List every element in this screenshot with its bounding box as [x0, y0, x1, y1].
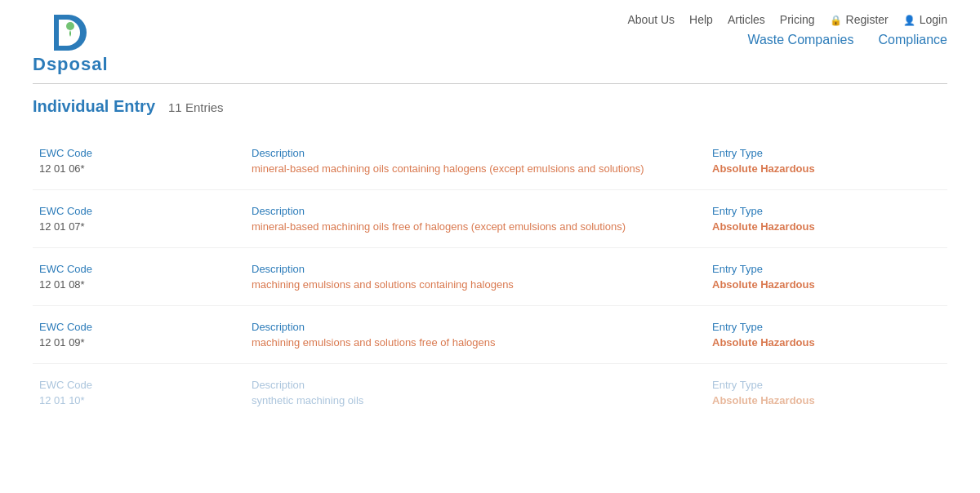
- desc-value: machining emulsions and solutions free o…: [252, 336, 712, 349]
- entries-count: 11 Entries: [168, 100, 224, 114]
- table-row: EWC Code 12 01 09* Description machining…: [33, 306, 947, 364]
- type-col: Entry Type Absolute Hazardous: [712, 147, 941, 175]
- ewc-value: 12 01 09*: [39, 336, 252, 349]
- ewc-value: 12 01 08*: [39, 278, 252, 291]
- desc-col: Description mineral-based machining oils…: [252, 147, 712, 175]
- desc-label: Description: [252, 321, 712, 333]
- entries-list: EWC Code 12 01 06* Description mineral-b…: [33, 132, 947, 421]
- desc-label: Description: [252, 379, 712, 391]
- ewc-value: 12 01 06*: [39, 162, 252, 175]
- table-row: EWC Code 12 01 07* Description mineral-b…: [33, 190, 947, 248]
- desc-value: mineral-based machining oils free of hal…: [252, 220, 712, 233]
- nav-login[interactable]: Login: [903, 13, 947, 26]
- desc-col: Description machining emulsions and solu…: [252, 263, 712, 291]
- nav-waste-companies[interactable]: Waste Companies: [747, 33, 853, 47]
- desc-label: Description: [252, 147, 712, 159]
- type-col: Entry Type Absolute Hazardous: [712, 321, 941, 349]
- table-row: EWC Code 12 01 06* Description mineral-b…: [33, 132, 947, 190]
- desc-col: Description synthetic machining oils: [252, 379, 712, 406]
- ewc-col: EWC Code 12 01 08*: [39, 263, 252, 291]
- type-label: Entry Type: [712, 205, 941, 217]
- ewc-value: 12 01 10*: [39, 394, 252, 406]
- desc-value: synthetic machining oils: [252, 394, 712, 406]
- nav-about[interactable]: About Us: [628, 13, 675, 26]
- page-header: Individual Entry 11 Entries: [33, 97, 947, 116]
- nav-bottom: Waste Companies Compliance: [747, 33, 947, 47]
- ewc-col: EWC Code 12 01 09*: [39, 321, 252, 349]
- type-label: Entry Type: [712, 379, 941, 391]
- type-value: Absolute Hazardous: [712, 220, 941, 233]
- nav-top: About Us Help Articles Pricing Register …: [628, 13, 948, 26]
- type-value: Absolute Hazardous: [712, 394, 941, 406]
- desc-value: mineral-based machining oils containing …: [252, 162, 712, 175]
- desc-col: Description machining emulsions and solu…: [252, 321, 712, 349]
- ewc-label: EWC Code: [39, 379, 252, 391]
- desc-value: machining emulsions and solutions contai…: [252, 278, 712, 291]
- table-row: EWC Code 12 01 10* Description synthetic…: [33, 364, 947, 421]
- ewc-col: EWC Code 12 01 07*: [39, 205, 252, 233]
- ewc-label: EWC Code: [39, 205, 252, 217]
- type-label: Entry Type: [712, 147, 941, 159]
- nav-articles[interactable]: Articles: [728, 13, 765, 26]
- desc-label: Description: [252, 205, 712, 217]
- ewc-label: EWC Code: [39, 147, 252, 159]
- desc-col: Description mineral-based machining oils…: [252, 205, 712, 233]
- nav-register[interactable]: Register: [830, 13, 889, 26]
- type-label: Entry Type: [712, 263, 941, 275]
- type-col: Entry Type Absolute Hazardous: [712, 205, 941, 233]
- logo-icon: [46, 8, 95, 57]
- ewc-value: 12 01 07*: [39, 220, 252, 233]
- lock-icon: [830, 13, 844, 26]
- nav-help[interactable]: Help: [689, 13, 713, 26]
- ewc-col: EWC Code 12 01 06*: [39, 147, 252, 175]
- type-value: Absolute Hazardous: [712, 336, 941, 349]
- type-value: Absolute Hazardous: [712, 162, 941, 175]
- nav-pricing[interactable]: Pricing: [780, 13, 815, 26]
- table-row: EWC Code 12 01 08* Description machining…: [33, 248, 947, 306]
- nav-area: About Us Help Articles Pricing Register …: [628, 8, 948, 47]
- header: Dsposal About Us Help Articles Pricing R…: [0, 0, 980, 75]
- type-col: Entry Type Absolute Hazardous: [712, 379, 941, 406]
- desc-label: Description: [252, 263, 712, 275]
- ewc-label: EWC Code: [39, 263, 252, 275]
- svg-point-0: [66, 22, 74, 30]
- user-icon: [903, 13, 917, 26]
- logo-text: Dsposal: [33, 54, 109, 75]
- page-title: Individual Entry: [33, 97, 155, 116]
- type-col: Entry Type Absolute Hazardous: [712, 263, 941, 291]
- logo-area: Dsposal: [33, 8, 109, 75]
- type-value: Absolute Hazardous: [712, 278, 941, 291]
- nav-compliance[interactable]: Compliance: [879, 33, 947, 47]
- type-label: Entry Type: [712, 321, 941, 333]
- ewc-col: EWC Code 12 01 10*: [39, 379, 252, 406]
- page-content: Individual Entry 11 Entries EWC Code 12 …: [0, 84, 980, 434]
- ewc-label: EWC Code: [39, 321, 252, 333]
